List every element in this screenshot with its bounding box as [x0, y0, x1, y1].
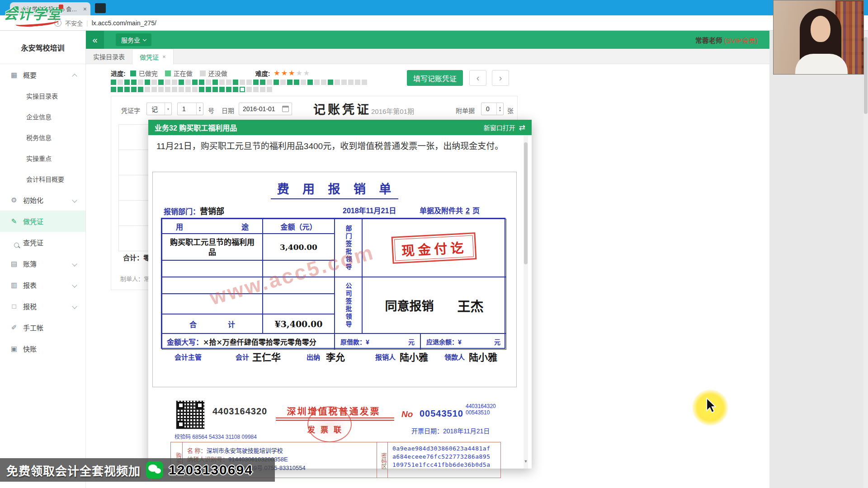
progress-square[interactable]	[307, 80, 313, 85]
collapse-sidebar-button[interactable]: «	[86, 31, 104, 49]
progress-square[interactable]	[145, 87, 150, 92]
sidebar-item-books[interactable]: ▤ 账簿	[0, 253, 85, 274]
progress-square[interactable]	[172, 80, 177, 85]
progress-square[interactable]	[138, 80, 143, 85]
progress-square[interactable]	[179, 87, 184, 92]
progress-square[interactable]	[192, 87, 198, 92]
progress-square[interactable]	[212, 80, 218, 85]
progress-square[interactable]	[287, 80, 292, 85]
progress-square[interactable]	[328, 80, 333, 85]
progress-square[interactable]	[240, 87, 245, 92]
progress-square[interactable]	[362, 80, 367, 85]
progress-square[interactable]	[274, 80, 279, 85]
voucher-date-input[interactable]: 2016-01-01	[239, 103, 292, 115]
progress-square[interactable]	[233, 87, 238, 92]
fill-voucher-button[interactable]: 填写记账凭证	[407, 70, 463, 86]
progress-square[interactable]	[253, 87, 259, 92]
progress-square[interactable]	[206, 87, 211, 92]
progress-square[interactable]	[111, 87, 116, 92]
progress-square[interactable]	[212, 87, 218, 92]
scroll-down-icon[interactable]: ▼	[524, 458, 528, 465]
modal-scrollbar[interactable]: ▼	[524, 135, 528, 469]
progress-square[interactable]	[233, 80, 238, 85]
progress-square[interactable]	[165, 87, 170, 92]
tab-do-voucher[interactable]: 做凭证 ×	[132, 49, 174, 64]
sidebar-item-check-voucher[interactable]: 查凭证	[0, 232, 85, 253]
sidebar-item-practice-catalog[interactable]: 实操目录表	[0, 85, 85, 106]
progress-square[interactable]	[124, 87, 130, 92]
voucher-word-select[interactable]: 记 ▼	[146, 103, 172, 115]
progress-square[interactable]	[260, 80, 265, 85]
attachment-stepper[interactable]: 0 ▲▼	[481, 103, 504, 115]
progress-square[interactable]	[118, 87, 123, 92]
new-tab-button[interactable]	[95, 3, 106, 13]
progress-square[interactable]	[165, 80, 170, 85]
progress-square[interactable]	[158, 80, 164, 85]
sidebar-item-manual-account[interactable]: ✐ 手工帐	[0, 317, 85, 338]
page-scrollbar[interactable]	[863, 31, 868, 488]
tab-practice-catalog[interactable]: 实操目录表	[86, 49, 132, 64]
progress-square[interactable]	[267, 80, 272, 85]
progress-square[interactable]	[185, 87, 191, 92]
progress-square[interactable]	[335, 80, 340, 85]
page-scrollbar-thumb[interactable]	[864, 37, 868, 114]
progress-square[interactable]	[172, 87, 177, 92]
tab-close-icon[interactable]: ×	[162, 53, 166, 60]
progress-square[interactable]	[131, 80, 137, 85]
progress-square[interactable]	[151, 87, 157, 92]
progress-square[interactable]	[118, 80, 123, 85]
progress-square[interactable]	[355, 80, 360, 85]
voucher-number-stepper[interactable]: 1 ▲▼	[177, 103, 203, 115]
progress-square[interactable]	[267, 87, 272, 92]
stepper-arrows-icon[interactable]: ▲▼	[196, 103, 203, 115]
sidebar-item-reports[interactable]: ▥ 报表	[0, 274, 85, 296]
progress-square[interactable]	[192, 80, 198, 85]
progress-square[interactable]	[158, 87, 164, 92]
progress-square[interactable]	[179, 80, 184, 85]
progress-square[interactable]	[206, 80, 211, 85]
progress-square[interactable]	[124, 80, 130, 85]
progress-square[interactable]	[246, 80, 252, 85]
sidebar-item-tax-info[interactable]: 税务信息	[0, 127, 85, 148]
progress-square[interactable]	[348, 80, 354, 85]
industry-dropdown[interactable]: 服务业	[116, 33, 151, 46]
chevron-down-icon[interactable]: ▼	[165, 103, 171, 115]
sidebar-item-do-voucher[interactable]: ✎ 做凭证	[0, 211, 85, 232]
progress-square[interactable]	[199, 87, 204, 92]
progress-square[interactable]	[199, 80, 204, 85]
progress-square[interactable]	[314, 80, 320, 85]
sidebar-item-overview[interactable]: ▦ 概要	[0, 64, 85, 85]
progress-square[interactable]	[321, 80, 326, 85]
progress-square[interactable]	[226, 80, 231, 85]
calendar-icon[interactable]	[282, 106, 289, 112]
progress-square[interactable]	[138, 87, 143, 92]
progress-square[interactable]	[131, 87, 137, 92]
progress-square[interactable]	[185, 80, 191, 85]
sidebar-item-account-subjects[interactable]: 会计科目概要	[0, 169, 85, 189]
sidebar-item-practice-focus[interactable]: 实操重点	[0, 148, 85, 169]
progress-square[interactable]	[280, 80, 286, 85]
progress-square[interactable]	[341, 80, 347, 85]
progress-square[interactable]	[301, 80, 306, 85]
progress-square[interactable]	[151, 80, 157, 85]
progress-square[interactable]	[294, 80, 299, 85]
progress-square[interactable]	[246, 87, 252, 92]
progress-square[interactable]	[219, 87, 225, 92]
progress-square[interactable]	[219, 80, 225, 85]
scrollbar-thumb[interactable]	[524, 142, 528, 264]
sidebar-item-tax-filing[interactable]: □ 报税	[0, 296, 85, 317]
next-button[interactable]: ›	[492, 70, 509, 86]
open-new-window-link[interactable]: 新窗口打开 ⇄	[484, 123, 525, 132]
url-text[interactable]: lx.acc5.com/main_275/	[92, 19, 156, 27]
progress-square[interactable]	[260, 87, 265, 92]
progress-square[interactable]	[226, 87, 231, 92]
sidebar-item-init[interactable]: ⚙ 初始化	[0, 189, 85, 211]
stepper-arrows-icon[interactable]: ▲▼	[496, 103, 503, 115]
tab-close-icon[interactable]: ×	[83, 5, 87, 13]
progress-square[interactable]	[145, 80, 150, 85]
prev-button[interactable]: ‹	[469, 70, 486, 86]
sidebar-item-quick-account[interactable]: ▣ 快账	[0, 338, 85, 359]
progress-square[interactable]	[240, 80, 245, 85]
progress-square[interactable]	[253, 80, 259, 85]
progress-square[interactable]	[111, 80, 116, 85]
